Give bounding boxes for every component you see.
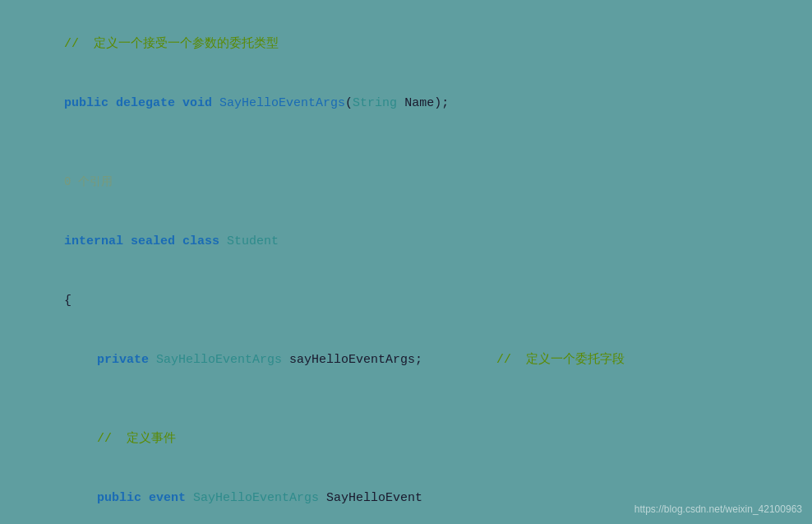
type-sayHelloEventArgs: SayHelloEventArgs bbox=[156, 353, 282, 367]
line-comment-delegate: // 定义一个接受一个参数的委托类型 bbox=[20, 15, 792, 74]
line-comment-event: // 定义事件 bbox=[20, 410, 792, 469]
line-ref-count-1: 0 个引用 bbox=[20, 153, 792, 212]
kw-public: public bbox=[64, 96, 116, 110]
line-empty-1 bbox=[20, 133, 792, 153]
line-open-brace-1: { bbox=[20, 271, 792, 331]
kw-void: void bbox=[182, 96, 219, 110]
field-name: sayHelloEventArgs; bbox=[282, 353, 496, 367]
type-event-args: SayHelloEventArgs bbox=[193, 491, 319, 505]
kw-private: private bbox=[97, 353, 156, 367]
event-name: SayHelloEvent bbox=[319, 491, 422, 505]
type-student: Student bbox=[227, 234, 279, 248]
kw-class: class bbox=[182, 234, 227, 248]
comment-event: // 定义事件 bbox=[97, 432, 176, 446]
brace-open-1: { bbox=[64, 294, 72, 308]
kw-internal: internal bbox=[64, 234, 131, 248]
method-sayHelloEventArgs: SayHelloEventArgs bbox=[219, 96, 345, 110]
paren-open: ( bbox=[345, 96, 353, 110]
line-delegate-def: public delegate void SayHelloEventArgs(S… bbox=[20, 74, 792, 133]
line-empty-2 bbox=[20, 390, 792, 410]
param-name: Name); bbox=[397, 96, 449, 110]
kw-event: event bbox=[149, 491, 193, 505]
kw-delegate: delegate bbox=[116, 96, 182, 110]
kw-public-event: public bbox=[97, 491, 149, 505]
comment-field: // 定义一个委托字段 bbox=[496, 353, 625, 367]
kw-sealed: sealed bbox=[131, 234, 182, 248]
ref-count-1: 0 个引用 bbox=[64, 175, 113, 188]
comment-delegate: // 定义一个接受一个参数的委托类型 bbox=[64, 37, 279, 51]
code-block: // 定义一个接受一个参数的委托类型 public delegate void … bbox=[20, 15, 792, 524]
line-field-def: private SayHelloEventArgs sayHelloEventA… bbox=[20, 331, 792, 390]
code-container: // 定义一个接受一个参数的委托类型 public delegate void … bbox=[0, 0, 812, 524]
type-string: String bbox=[353, 96, 397, 110]
watermark: https://blog.csdn.net/weixin_42100963 bbox=[634, 502, 802, 517]
line-class-def: internal sealed class Student bbox=[20, 212, 792, 271]
